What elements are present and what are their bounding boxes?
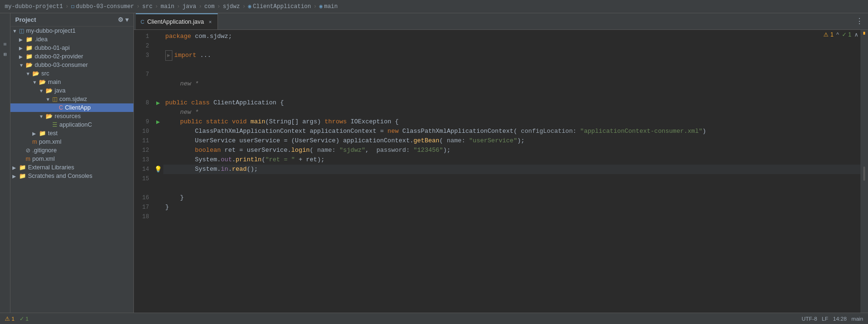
tree-node-consumer[interactable]: ▼ 📂 dubbo-03-consumer [10,61,133,69]
breadcrumb-item[interactable]: my-dubbo-project1 [5,3,63,10]
node-label: src [41,70,49,77]
breadcrumb-file-icon3: ◉ [319,3,322,10]
java-tab-icon: C [141,19,144,25]
node-label: my-dubbo-project1 [26,28,75,34]
arrow-icon: ▼ [32,80,39,85]
pom-icon: m [32,139,37,145]
editor-right-gutter [860,30,868,313]
java-file-icon: C [59,104,63,111]
bookmark-tool[interactable]: ⊞ [1,52,9,57]
node-label: External Libraries [28,164,74,171]
code-line-9: public static void main(String[] args) t… [163,117,860,127]
code-line-1: package com.sjdwz; [163,32,860,41]
arrow-icon: ▼ [46,97,52,102]
breadcrumb-item[interactable]: dubbo-03-consumer [76,3,134,10]
tree-node-api[interactable]: ▶ 📁 dubbo-01-api [10,44,133,52]
breadcrumb-item[interactable]: main [160,3,174,10]
folder-open-icon: 📂 [32,70,39,77]
collapse-imports[interactable]: ▶ [165,50,172,61]
tree-node-root[interactable]: ▼ ◫ my-dubbo-project1 [10,27,133,35]
breadcrumb-sep: › [155,3,158,10]
code-content[interactable]: package com.sjdwz; ▶import ... new * [163,30,860,313]
scroll-thumb[interactable] [863,167,865,181]
sidebar-header: Project ⚙ ▾ [10,13,133,27]
node-label: dubbo-02-provider [35,53,83,60]
folder-open-icon: 📂 [46,113,53,120]
breadcrumb-sep: › [242,3,245,10]
node-label: dubbo-01-api [35,45,70,51]
breadcrumb-item[interactable]: com [204,3,215,10]
tree-node-java[interactable]: ▼ 📂 java [10,86,133,95]
git-status: main [851,316,863,322]
code-line-7 [163,70,860,79]
more-tabs-button[interactable]: ⋮ [851,17,868,26]
node-label: .idea [35,36,47,43]
tree-node-provider[interactable]: ▶ 📁 dubbo-02-provider [10,52,133,61]
editor-tab-clientapplication[interactable]: C ClientApplication.java × [136,13,218,29]
code-line-2 [163,41,860,51]
breadcrumb-sep: › [313,3,317,10]
git-icon: ⊘ [26,147,30,154]
tree-node-clientapp[interactable]: C ClientApp [10,103,133,112]
breadcrumb-item[interactable]: main [324,3,338,10]
tree-node-appcontext[interactable]: ☰ applicationC [10,120,133,129]
folder-icon: 📁 [19,164,26,171]
line-numbers: 1 2 3 7 8 9 10 11 12 13 14 15 16 17 18 [134,30,153,313]
node-label: main [48,79,61,85]
run-gutter: ▶ ▶ 💡 [153,30,163,313]
tree-node-idea[interactable]: ▶ 📁 .idea [10,35,133,44]
gear-icon[interactable]: ⚙ ▾ [118,16,129,23]
tree-node-external-libs[interactable]: ▶ 📁 External Libraries [10,163,133,172]
breadcrumb-sep: › [217,3,220,10]
tree-node-pom-consumer[interactable]: m pom.xml [10,138,133,146]
hint-gutter-row[interactable]: 💡 [153,165,163,174]
tree-node-src[interactable]: ▼ 📂 src [10,69,133,78]
code-line-17: } [163,203,860,212]
folder-icon: 📁 [26,36,33,43]
code-line-15 [163,174,860,184]
tree-node-scratches[interactable]: ▶ 📁 Scratches and Consoles [10,172,133,180]
run-class-button[interactable]: ▶ [153,98,163,108]
editor-warning-indicator[interactable]: ⚠ 1 ^ ✓ 1 ∧ [823,31,859,38]
breadcrumb-sep: › [65,3,68,10]
breadcrumb-item[interactable]: sjdwz [223,3,240,10]
status-bar: ⚠ 1 ✓ 1 UTF-8 LF 14:28 main [0,313,868,324]
folder-icon: 📁 [26,53,33,60]
code-editor[interactable]: 1 2 3 7 8 9 10 11 12 13 14 15 16 17 18 [134,30,868,313]
folder-open-icon: 📂 [39,79,46,85]
node-label: dubbo-03-consumer [35,62,88,68]
arrow-icon: ▼ [19,63,26,68]
tree-node-pom-root[interactable]: m pom.xml [10,155,133,163]
breadcrumb-item[interactable]: java [182,3,196,10]
node-label: test [48,130,57,137]
node-label: ClientApp [65,104,91,111]
left-tool-strip: ≡ ⊞ [0,13,10,313]
breadcrumb-item[interactable]: src [142,3,152,10]
arrow-icon: ▶ [12,174,19,179]
arrow-icon: ▶ [12,165,19,170]
breadcrumb-item[interactable]: ClientApplication [253,3,311,10]
breadcrumb-file-icon2: ◉ [248,3,251,10]
tree-node-test[interactable]: ▶ 📁 test [10,129,133,138]
tree-node-gitignore[interactable]: ⊘ .gitignore [10,146,133,155]
arrow-icon: ▼ [39,114,46,119]
close-tab-button[interactable]: × [208,19,211,25]
code-line-hint-new2: new * [163,108,860,117]
tree-node-resources[interactable]: ▼ 📂 resources [10,112,133,120]
arrow-icon: ▶ [32,131,39,136]
collapse-button[interactable]: ∧ [854,31,859,38]
node-label: com.sjdwz [59,96,87,102]
structure-tool[interactable]: ≡ [1,42,9,47]
code-line-10: ClassPathXmlApplicationContext applicati… [163,127,860,136]
line-endings-status: LF [822,316,828,322]
arrow-icon: ▼ [26,71,32,76]
folder-icon: 📁 [39,130,46,137]
run-main-button[interactable]: ▶ [153,117,163,127]
project-sidebar: Project ⚙ ▾ ▼ ◫ my-dubbo-project1 ▶ 📁 .i… [10,13,134,313]
code-line-hint-new1: new * [163,79,860,89]
code-line-18 [163,212,860,222]
tree-node-main[interactable]: ▼ 📂 main [10,78,133,86]
code-line-3: ▶import ... [163,51,860,60]
tree-node-comsjdwz[interactable]: ▼ ◫ com.sjdwz [10,95,133,103]
module-icon: ◫ [19,28,24,34]
